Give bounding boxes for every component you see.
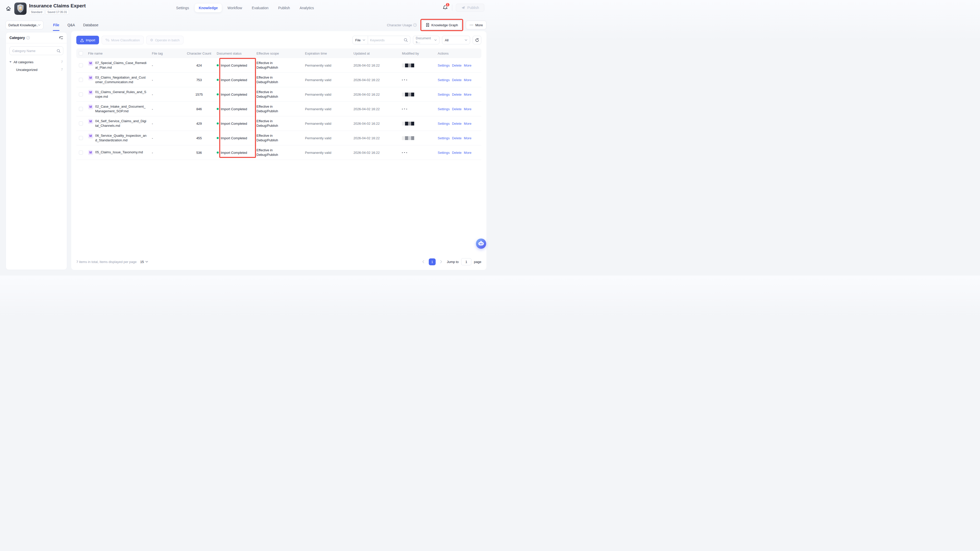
nav-analytics[interactable]: Analytics xyxy=(296,3,318,12)
help-circle-icon: ? xyxy=(413,23,417,27)
tree-item-all-categories[interactable]: All categories7 xyxy=(6,58,67,66)
row-more-link[interactable]: More xyxy=(464,107,472,111)
row-more-link[interactable]: More xyxy=(464,136,472,140)
row-checkbox[interactable] xyxy=(79,63,83,67)
file-name-link[interactable]: 04_Self_Service_Claims_and_Digital_Chann… xyxy=(95,119,147,128)
file-name-link[interactable]: 01_Claims_General_Rules_and_Scope.md xyxy=(95,90,147,99)
nav-workflow[interactable]: Workflow xyxy=(223,3,246,12)
file-name-link[interactable]: 03_Claims_Negotiation_and_Customer_Commu… xyxy=(95,75,147,84)
file-tag-value: - xyxy=(152,93,185,97)
chevron-down-icon xyxy=(38,24,41,26)
search-type-select[interactable]: File xyxy=(353,38,368,42)
knowledge-graph-icon xyxy=(426,23,430,27)
character-count-value: 753 xyxy=(185,78,213,82)
character-usage-link[interactable]: Character Usage ? xyxy=(387,23,417,27)
row-checkbox[interactable] xyxy=(79,107,83,111)
expiration-time-value: Permanently valid xyxy=(305,64,353,67)
select-all-checkbox[interactable] xyxy=(79,51,83,56)
delete-link[interactable]: Delete xyxy=(452,136,462,140)
file-tag-value: - xyxy=(152,151,185,155)
updated-at-value: 2026-04-02 16:22 xyxy=(353,107,402,111)
modified-by-redacted xyxy=(402,63,435,67)
modified-by-redacted xyxy=(402,121,435,125)
delete-link[interactable]: Delete xyxy=(452,64,462,67)
row-more-link[interactable]: More xyxy=(464,122,472,125)
tab-file[interactable]: File xyxy=(50,18,62,32)
delete-link[interactable]: Delete xyxy=(452,107,462,111)
row-checkbox[interactable] xyxy=(79,78,83,82)
move-icon xyxy=(105,38,110,41)
nav-knowledge[interactable]: Knowledge xyxy=(195,3,222,12)
scope-filter[interactable]: All xyxy=(442,36,470,44)
delete-link[interactable]: Delete xyxy=(452,151,462,155)
publish-button[interactable]: Publish xyxy=(456,3,484,12)
file-name-link[interactable]: 02_Case_Intake_and_Document_Management_S… xyxy=(95,104,147,114)
table-row: M 06_Service_Quality_Inspection_and_Stan… xyxy=(76,131,481,145)
settings-link[interactable]: Settings xyxy=(438,107,450,111)
settings-link[interactable]: Settings xyxy=(438,136,450,140)
status-dot-icon xyxy=(217,64,219,66)
row-more-link[interactable]: More xyxy=(464,78,472,82)
delete-link[interactable]: Delete xyxy=(452,122,462,125)
row-more-link[interactable]: More xyxy=(464,64,472,67)
row-checkbox[interactable] xyxy=(79,136,83,140)
row-checkbox[interactable] xyxy=(79,121,83,125)
assistant-fab-button[interactable] xyxy=(476,238,486,249)
collapse-sidebar-button[interactable] xyxy=(59,36,63,40)
settings-link[interactable]: Settings xyxy=(438,78,450,82)
import-button[interactable]: Import xyxy=(76,36,99,44)
file-name-link[interactable]: 07_Special_Claims_Case_Remedial_Plan.md xyxy=(95,61,147,70)
settings-link[interactable]: Settings xyxy=(438,64,450,67)
next-page-button[interactable] xyxy=(438,259,444,265)
knowledge-base-select[interactable]: Default Knowledge... xyxy=(6,21,43,29)
modified-by-redacted xyxy=(402,92,435,97)
keywords-input[interactable] xyxy=(368,38,404,42)
row-checkbox[interactable] xyxy=(79,151,83,155)
operate-in-batch-button[interactable]: ⚙ Operate in batch xyxy=(146,36,183,44)
markdown-file-icon: M xyxy=(88,75,93,80)
page-size-select[interactable]: 15 xyxy=(140,260,148,264)
page-title: Insurance Claims Expert xyxy=(29,3,86,9)
knowledge-graph-button[interactable]: Knowledge Graph xyxy=(422,21,461,29)
prev-page-button[interactable] xyxy=(420,259,426,265)
document-status-value: Import Completed xyxy=(213,93,256,97)
move-classification-button[interactable]: Move Classification xyxy=(102,36,144,44)
tree-item-uncategorized[interactable]: Uncategorized7 xyxy=(6,66,67,73)
effective-scope-value: Effective in Debug/Publish xyxy=(256,104,285,114)
document-status-filter[interactable]: Document s... xyxy=(413,36,439,44)
page-1-button[interactable]: 1 xyxy=(429,259,436,265)
jump-page-input[interactable] xyxy=(461,258,471,265)
row-more-link[interactable]: More xyxy=(464,151,472,155)
category-search-input[interactable] xyxy=(12,49,57,53)
home-button[interactable] xyxy=(5,5,12,12)
search-icon[interactable] xyxy=(404,38,408,42)
row-actions: Settings Delete More xyxy=(438,78,481,82)
chevron-down-icon xyxy=(434,39,437,41)
tab-database[interactable]: Database xyxy=(80,18,102,32)
tab-qa[interactable]: Q&A xyxy=(64,18,78,32)
kb-tabs: FileQ&ADatabase xyxy=(50,18,102,32)
settings-link[interactable]: Settings xyxy=(438,151,450,155)
row-more-link[interactable]: More xyxy=(464,93,472,97)
agent-avatar[interactable] xyxy=(14,3,27,15)
nav-evaluation[interactable]: Evaluation xyxy=(248,3,272,12)
notifications-button[interactable]: 1 xyxy=(442,4,449,11)
delete-link[interactable]: Delete xyxy=(452,93,462,97)
file-tag-value: - xyxy=(152,64,185,67)
delete-link[interactable]: Delete xyxy=(452,78,462,82)
nav-publish[interactable]: Publish xyxy=(274,3,294,12)
status-text: Import Completed xyxy=(221,107,247,111)
nav-settings[interactable]: Settings xyxy=(172,3,193,12)
file-name-link[interactable]: 05_Claims_Issue_Taxonomy.md xyxy=(95,150,147,155)
row-checkbox[interactable] xyxy=(79,92,83,97)
file-name-link[interactable]: 06_Service_Quality_Inspection_and_Standa… xyxy=(95,133,147,143)
row-actions: Settings Delete More xyxy=(438,151,481,155)
settings-link[interactable]: Settings xyxy=(438,93,450,97)
file-tag-value: - xyxy=(152,78,185,82)
search-icon xyxy=(57,49,60,53)
settings-link[interactable]: Settings xyxy=(438,122,450,125)
caret-down-icon[interactable] xyxy=(10,61,11,63)
updated-at-value: 2026-04-02 16:22 xyxy=(353,93,402,97)
more-button[interactable]: ⋯ More xyxy=(466,21,487,29)
refresh-button[interactable] xyxy=(473,36,481,44)
